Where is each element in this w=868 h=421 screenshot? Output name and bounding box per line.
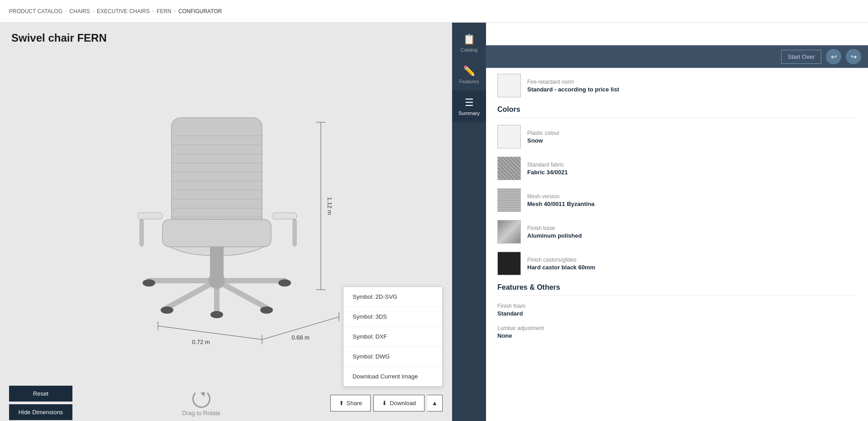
config-value-fire-retardant: Standard - according to price list	[527, 86, 619, 93]
svg-point-39	[209, 273, 225, 289]
svg-text:1.12 m: 1.12 m	[326, 197, 333, 215]
download-dropdown: Symbol: 2D-SVG Symbol: 3DS Symbol: DXF S…	[343, 287, 443, 387]
swatch-standard-fabric	[497, 157, 521, 180]
svg-rect-26	[272, 213, 297, 219]
config-label-finish-foam: Finish foam	[497, 303, 525, 309]
svg-line-29	[167, 281, 217, 308]
breadcrumb-separator: ›	[174, 9, 176, 14]
swatch-plastic-colour	[497, 125, 521, 148]
svg-line-4	[158, 326, 262, 340]
svg-rect-27	[293, 219, 296, 246]
config-label-finish-base: Finish base	[527, 225, 582, 231]
download-button[interactable]: ⬇ Download	[373, 395, 424, 411]
config-label-standard-fabric: Standard fabric	[527, 162, 568, 168]
right-top-bar: Start Over ↩ ↪	[486, 45, 868, 68]
breadcrumb-separator: ›	[153, 9, 154, 14]
rotate-icon	[192, 390, 210, 408]
catalog-icon: 📋	[463, 33, 475, 45]
config-item-finish-foam: Finish foam Standard	[497, 303, 857, 317]
config-text-finish-castors: Finish castors/glides Hard castor black …	[527, 257, 595, 271]
config-text-fire-retardant: Fire-retardant norm Standard - according…	[527, 79, 619, 93]
config-item-standard-fabric: Standard fabric Fabric 34/0021	[497, 157, 857, 180]
config-value-finish-castors: Hard castor black 60mm	[527, 264, 595, 271]
config-item-fire-retardant: Fire-retardant norm Standard - according…	[497, 74, 857, 97]
redo-button[interactable]: ↪	[846, 49, 861, 64]
breadcrumb-separator: ›	[65, 9, 67, 14]
section-title-features-others-2: Features & Others	[497, 283, 857, 296]
config-value-finish-base: Aluminum polished	[527, 232, 582, 239]
svg-point-34	[161, 306, 173, 314]
download-icon: ⬇	[382, 400, 387, 407]
svg-rect-23	[162, 220, 271, 247]
dropdown-item-3ds[interactable]: Symbol: 3DS	[343, 307, 442, 327]
config-label-finish-castors: Finish castors/glides	[527, 257, 595, 263]
config-value-standard-fabric: Fabric 34/0021	[527, 169, 568, 176]
config-text-mesh-version: Mesh version Mesh 40/0011 Byzantina	[527, 193, 595, 207]
dropdown-item-dxf[interactable]: Symbol: DXF	[343, 327, 442, 347]
config-text-plastic-colour: Plastic colour Snow	[527, 130, 559, 144]
swatch-fire-retardant	[497, 74, 521, 97]
swatch-finish-castors	[497, 252, 521, 275]
share-icon: ⬆	[339, 400, 344, 407]
right-panel: Start Over ↩ ↪ 📋 Catalog ✏️ Features ☰ S…	[452, 23, 868, 421]
svg-line-30	[217, 281, 267, 308]
reset-button[interactable]: Reset	[9, 386, 72, 402]
viewer-panel: Swivel chair FERN 1.12 m 0.72 m 0.68 m	[0, 23, 452, 421]
undo-button[interactable]: ↩	[826, 49, 841, 64]
start-over-button[interactable]: Start Over	[781, 50, 821, 64]
dropdown-item-dwg[interactable]: Symbol: DWG	[343, 347, 442, 367]
breadcrumb-item-fern[interactable]: FERN	[157, 8, 172, 14]
config-label-lumbar-adjustment: Lumbar adjustment	[497, 325, 544, 331]
config-text-finish-foam: Finish foam Standard	[497, 303, 525, 317]
breadcrumb: PRODUCT CATALOG › CHAIRS › EXECUTIVE CHA…	[0, 0, 868, 23]
config-label-mesh-version: Mesh version	[527, 193, 595, 200]
config-item-finish-castors: Finish castors/glides Hard castor black …	[497, 252, 857, 275]
config-item-plastic-colour: Plastic colour Snow	[497, 125, 857, 148]
config-text-finish-base: Finish base Aluminum polished	[527, 225, 582, 239]
summary-icon: ☰	[465, 97, 474, 109]
hide-dimensions-button[interactable]: Hide Dimensions	[9, 404, 72, 420]
svg-text:0.72 m: 0.72 m	[192, 339, 210, 345]
sidebar-label-catalog: Catalog	[461, 47, 478, 53]
breadcrumb-item-chairs[interactable]: CHAIRS	[69, 8, 90, 14]
sidebar-label-summary: Summary	[458, 110, 480, 116]
svg-rect-25	[140, 219, 143, 246]
sidebar: 📋 Catalog ✏️ Features ☰ Summary	[452, 23, 486, 421]
swatch-finish-base	[497, 220, 521, 244]
config-value-plastic-colour: Snow	[527, 137, 559, 144]
breadcrumb-item-executive-chairs[interactable]: EXECUTIVE CHAIRS	[97, 8, 150, 14]
download-dropdown-button[interactable]: ▲	[427, 395, 443, 411]
swatch-mesh-version	[497, 188, 521, 212]
svg-point-37	[278, 279, 291, 287]
dropdown-item-image[interactable]: Download Current Image	[343, 367, 442, 386]
content-panel[interactable]: Features & Others Fire-retardant norm St…	[486, 45, 868, 421]
sidebar-item-catalog[interactable]: 📋 Catalog	[452, 27, 486, 59]
config-item-finish-base: Finish base Aluminum polished	[497, 220, 857, 244]
svg-point-35	[260, 306, 273, 314]
sidebar-item-summary[interactable]: ☰ Summary	[452, 91, 486, 122]
config-value-finish-foam: Standard	[497, 310, 525, 317]
dropdown-item-svg[interactable]: Symbol: 2D-SVG	[343, 287, 442, 307]
download-label: Download	[390, 400, 416, 407]
config-label-plastic-colour: Plastic colour	[527, 130, 559, 136]
chair-svg: 1.12 m 0.72 m 0.68 m	[67, 86, 384, 349]
svg-rect-24	[138, 213, 162, 219]
config-label-fire-retardant: Fire-retardant norm	[527, 79, 619, 85]
config-text-lumbar-adjustment: Lumbar adjustment None	[497, 325, 544, 339]
svg-point-36	[143, 279, 155, 287]
drag-rotate-label: Drag to Rotate	[182, 410, 221, 416]
share-download-area: ⬆ Share ⬇ Download ▲ Symbol: 2D-SVG Symb…	[330, 395, 443, 411]
breadcrumb-item-configurator: CONFIGURATOR	[178, 8, 222, 14]
share-label: Share	[347, 400, 362, 407]
config-value-lumbar-adjustment: None	[497, 332, 544, 339]
page-title: Swivel chair FERN	[11, 32, 107, 44]
sidebar-item-features[interactable]: ✏️ Features	[452, 59, 486, 91]
config-value-mesh-version: Mesh 40/0011 Byzantina	[527, 201, 595, 207]
share-button[interactable]: ⬆ Share	[330, 395, 371, 411]
features-icon: ✏️	[463, 65, 475, 77]
breadcrumb-separator: ›	[93, 9, 94, 14]
viewer-bottom: Reset Hide Dimensions Drag to Rotate ⬆ S…	[0, 385, 452, 421]
config-item-lumbar-adjustment: Lumbar adjustment None	[497, 325, 857, 339]
svg-text:0.68 m: 0.68 m	[291, 334, 310, 341]
breadcrumb-item-product-catalog[interactable]: PRODUCT CATALOG	[9, 8, 62, 14]
